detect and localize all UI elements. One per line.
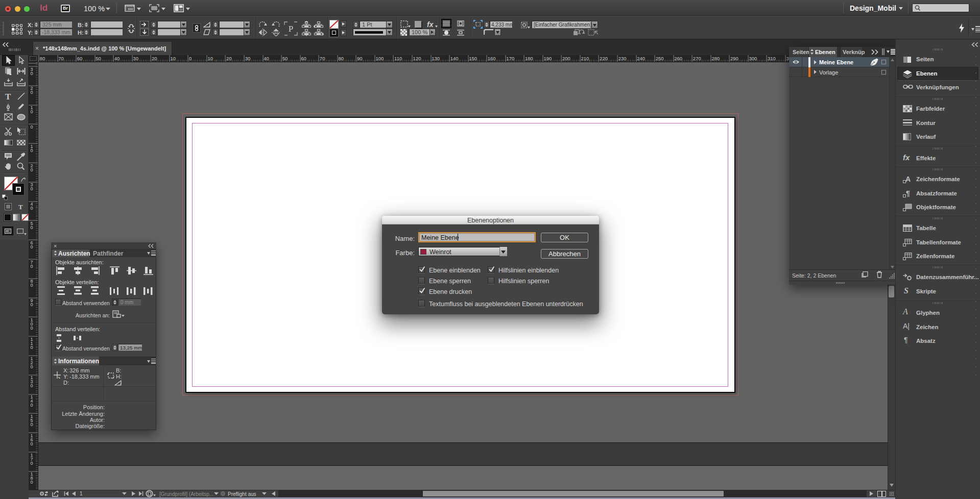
svg-text:A: A [905,176,911,183]
svg-text:¶: ¶ [906,190,910,197]
svg-text:P: P [289,24,293,34]
